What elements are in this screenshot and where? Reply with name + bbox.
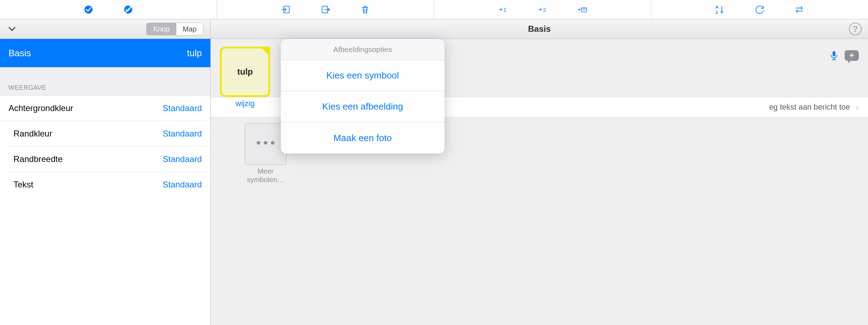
svg-text:A: A <box>716 5 719 9</box>
dot-icon <box>257 141 260 145</box>
sort-az-icon[interactable]: AZ <box>714 4 726 15</box>
popover-item-symbol[interactable]: Kies een symbool <box>281 60 444 91</box>
swap-icon[interactable] <box>794 4 805 15</box>
add-message-icon[interactable]: + <box>845 50 859 61</box>
popover-header: Afbeeldingsopties <box>281 39 444 60</box>
export-icon[interactable] <box>320 4 331 15</box>
prop-row-randbreedte[interactable]: Randbreedte Standaard <box>5 146 210 172</box>
tile-label: tulp <box>237 67 253 77</box>
toolbar-section-misc: AZ <box>651 0 868 19</box>
selected-item-value: tulp <box>187 48 202 59</box>
deselect-all-icon[interactable] <box>123 4 134 15</box>
wijzig-link[interactable]: wijzig <box>219 99 272 108</box>
microphone-icon[interactable] <box>829 51 839 60</box>
prop-label: Randbreedte <box>13 154 63 164</box>
goto-archive-icon[interactable] <box>577 4 588 15</box>
svg-text:1: 1 <box>503 7 506 13</box>
goto-1-icon[interactable]: 1 <box>497 4 509 15</box>
select-all-icon[interactable] <box>83 4 94 15</box>
trash-icon[interactable] <box>359 4 371 15</box>
prop-label: Achtergrondkleur <box>8 103 73 113</box>
toolbar-section-io <box>217 0 434 19</box>
svg-text:2: 2 <box>543 7 546 13</box>
right-panel: Basis ? + eg tekst aan bericht toe › tul… <box>211 19 868 325</box>
prop-row-achtergrondkleur[interactable]: Achtergrondkleur Standaard <box>0 95 210 121</box>
svg-text:Z: Z <box>716 10 718 14</box>
segment-map[interactable]: Map <box>176 23 203 35</box>
popover-caret <box>281 77 282 88</box>
svg-point-0 <box>85 6 93 14</box>
toolbar-section-select <box>0 0 217 19</box>
prop-value[interactable]: Standaard <box>163 103 202 113</box>
prop-label: Randkleur <box>13 129 52 139</box>
prop-value[interactable]: Standaard <box>163 154 202 164</box>
right-title: Basis <box>528 24 551 34</box>
help-button[interactable]: ? <box>849 23 862 35</box>
left-panel: Knop Map Basis tulp WEERGAVE Achtergrond… <box>0 19 211 325</box>
right-header: Basis ? <box>211 19 868 39</box>
tile-preview-area: tulp wijzig <box>219 47 272 108</box>
popover-item-image[interactable]: Kies een afbeelding <box>281 91 444 122</box>
svg-rect-12 <box>833 51 835 56</box>
chevron-down-icon[interactable] <box>7 24 17 34</box>
prop-row-tekst[interactable]: Tekst Standaard <box>5 172 210 197</box>
right-body: + eg tekst aan bericht toe › tulp wijzig <box>211 39 868 325</box>
prop-value[interactable]: Standaard <box>163 129 202 139</box>
segment-knop[interactable]: Knop <box>147 23 176 35</box>
popover-item-photo[interactable]: Maak een foto <box>281 122 444 153</box>
section-header-weergave: WEERGAVE <box>0 67 210 95</box>
selected-item-row[interactable]: Basis tulp <box>0 39 210 67</box>
refresh-icon[interactable] <box>754 4 765 15</box>
prop-row-randkleur[interactable]: Randkleur Standaard <box>5 121 210 146</box>
dot-icon <box>264 141 267 145</box>
image-options-popover: Afbeeldingsopties Kies een symbool Kies … <box>281 39 444 153</box>
prop-label: Tekst <box>13 180 33 190</box>
dot-icon <box>271 141 274 145</box>
toolbar-section-goto: 1 2 <box>434 0 651 19</box>
segmented-control: Knop Map <box>146 23 203 35</box>
add-text-label: eg tekst aan bericht toe <box>769 103 850 112</box>
prop-value[interactable]: Standaard <box>163 180 202 190</box>
left-header: Knop Map <box>0 19 210 39</box>
import-icon[interactable] <box>280 4 291 15</box>
main: Knop Map Basis tulp WEERGAVE Achtergrond… <box>0 19 868 325</box>
selected-item-label: Basis <box>8 48 31 59</box>
more-symbols-label: Meersymbolen… <box>243 167 289 184</box>
symbol-tile[interactable]: tulp <box>220 47 270 97</box>
chevron-right-icon: › <box>856 102 859 113</box>
more-symbols-button[interactable] <box>245 123 287 165</box>
toolbar: 1 2 AZ <box>0 0 868 19</box>
goto-2-icon[interactable]: 2 <box>537 4 548 15</box>
